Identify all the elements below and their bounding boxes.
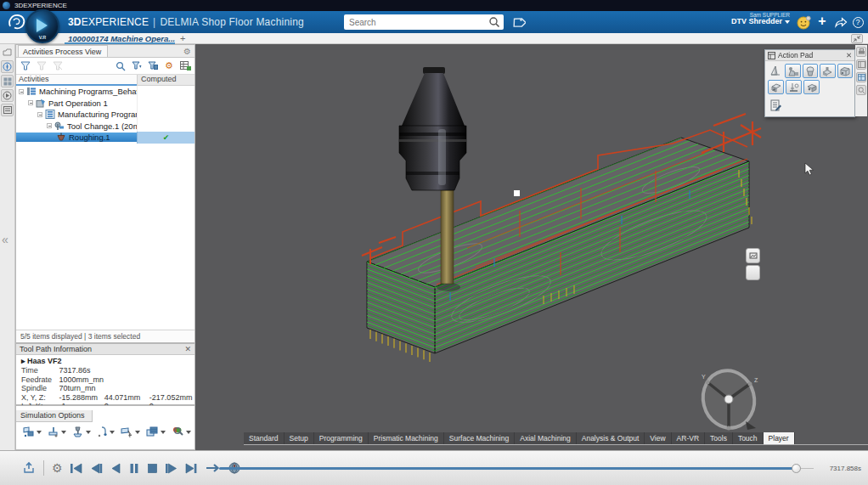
tree-row[interactable]: Tool Change.1 (20mm e... xyxy=(16,121,194,133)
ribbon-tab-standard[interactable]: Standard xyxy=(244,432,285,444)
close-icon[interactable]: ✕ xyxy=(846,51,852,59)
machining-programs-icon xyxy=(26,87,37,96)
timeline-slider[interactable] xyxy=(219,467,814,470)
restore-layout-button[interactable] xyxy=(851,34,863,43)
export-table-icon[interactable] xyxy=(178,59,192,72)
ribbon-tab-axial-machining[interactable]: Axial Machining xyxy=(515,432,577,444)
ribbon-tab-surface-machining[interactable]: Surface Machining xyxy=(444,432,515,444)
action-pad-machine-setup-button[interactable] xyxy=(785,64,800,78)
tree-expander[interactable] xyxy=(28,100,33,105)
skip-to-end-button[interactable] xyxy=(184,462,199,475)
sim-option-collision-button[interactable] xyxy=(121,426,140,437)
ribbon-tab-player[interactable]: Player xyxy=(764,432,795,444)
tpi-label: Spindle xyxy=(21,384,59,393)
apps-grid-icon[interactable] xyxy=(1,75,14,87)
print-icon[interactable] xyxy=(856,47,866,57)
panel-settings-gear-icon[interactable]: ⚙ xyxy=(183,47,194,56)
step-backward-button[interactable] xyxy=(89,462,104,475)
action-pad-compass-button[interactable] xyxy=(768,64,783,78)
action-pad-measure-button[interactable] xyxy=(786,80,802,94)
ribbon-tab-ar-vr[interactable]: AR-VR xyxy=(672,432,705,444)
roughing-icon xyxy=(56,133,66,142)
column-header-activities[interactable]: Activities xyxy=(16,75,137,86)
tree-row[interactable]: Manufacturing Program 1 xyxy=(16,109,194,121)
tree-row[interactable]: Roughing.1✔ xyxy=(16,132,194,144)
filter-rules-icon[interactable] xyxy=(146,59,160,72)
view-compass[interactable]: Y Z X xyxy=(697,365,761,439)
sim-option-display-button[interactable] xyxy=(23,426,42,437)
simulation-options-toolbar xyxy=(16,422,194,437)
user-context-switcher[interactable]: Sam SUPPLIER DTV Shredder xyxy=(731,12,790,26)
tpi-header: Tool Path Information ✕ xyxy=(16,344,194,355)
magnify-icon[interactable] xyxy=(856,85,866,95)
column-header-computed[interactable]: Computed xyxy=(137,75,194,86)
help-button[interactable]: ? xyxy=(849,14,866,30)
close-icon[interactable]: ✕ xyxy=(184,345,191,353)
ribbon-tab-prismatic-machining[interactable]: Prismatic Machining xyxy=(369,432,444,444)
user-avatar[interactable] xyxy=(795,14,812,30)
step-forward-button[interactable] xyxy=(164,462,178,475)
search-input[interactable] xyxy=(344,18,488,27)
new-tab-button[interactable]: + xyxy=(180,33,185,43)
filter-sort-icon[interactable] xyxy=(130,59,144,72)
action-pad-section-button[interactable] xyxy=(768,80,784,94)
tree-expander[interactable] xyxy=(37,112,42,117)
search-icon[interactable] xyxy=(488,16,500,28)
panel-layout-icon[interactable] xyxy=(856,59,866,70)
pause-button[interactable] xyxy=(128,462,140,475)
action-pad-icon xyxy=(768,52,775,59)
activities-tree: Machining Programs_Behavior000...Part Op… xyxy=(16,86,194,144)
timeline-handle[interactable] xyxy=(792,464,801,473)
stop-button[interactable] xyxy=(146,462,158,475)
ribbon-tab-view[interactable]: View xyxy=(645,432,671,444)
player-settings-gear-button[interactable]: ⚙ xyxy=(52,461,63,475)
share-button[interactable] xyxy=(832,14,849,30)
action-pad-machine-button[interactable] xyxy=(820,64,835,78)
sim-option-material-removal-button[interactable] xyxy=(146,426,166,437)
ribbon-tab-analysis-output[interactable]: Analysis & Output xyxy=(577,432,645,444)
sim-option-fixture-button[interactable] xyxy=(48,426,66,437)
viewport-options-button[interactable] xyxy=(746,265,760,280)
play-backward-button[interactable] xyxy=(110,462,122,475)
action-pad-snapshot-button[interactable] xyxy=(803,80,820,94)
sim-option-analysis-button[interactable] xyxy=(172,426,191,437)
action-pad-workpiece-button[interactable] xyxy=(803,64,818,78)
tree-item-label: Manufacturing Program 1 xyxy=(58,110,137,119)
filter-icon[interactable] xyxy=(19,59,32,72)
tag-search-button[interactable] xyxy=(510,14,527,30)
drawer-icon[interactable] xyxy=(1,46,14,59)
ribbon-tab-programming[interactable]: Programming xyxy=(314,432,369,444)
skip-to-start-button[interactable] xyxy=(69,462,83,475)
sim-option-probe-button[interactable] xyxy=(97,426,115,437)
tree-row[interactable]: Part Operation 1 xyxy=(16,98,194,110)
tree-row[interactable]: Machining Programs_Behavior000... xyxy=(16,86,194,98)
3d-play-icon[interactable] xyxy=(1,89,14,102)
ribbon-tab-setup[interactable]: Setup xyxy=(285,432,314,444)
action-pad-stock-box-button[interactable] xyxy=(837,64,853,78)
filter-add-icon[interactable] xyxy=(35,59,48,72)
tpi-machine-row[interactable]: ▸ Haas VF2 xyxy=(21,357,194,365)
simulation-player-bar: ⚙ xyxy=(0,450,868,485)
tree-expander[interactable] xyxy=(47,123,52,128)
ribbon-tab-tools[interactable]: Tools xyxy=(705,432,733,444)
3d-viewport[interactable]: Y Z X StandardSetupProgrammingPrismatic … xyxy=(195,44,868,450)
sim-option-tool-button[interactable] xyxy=(72,426,91,437)
simulation-options-tab[interactable]: Simulation Options xyxy=(16,410,93,422)
list-panel-icon[interactable] xyxy=(1,104,14,116)
tag-icon xyxy=(511,15,526,30)
export-results-button[interactable] xyxy=(22,461,36,475)
table-view-icon[interactable] xyxy=(856,72,866,82)
ribbon-tab-touch[interactable]: Touch xyxy=(733,432,764,444)
search-tree-icon[interactable] xyxy=(114,59,127,72)
viewport-display-mode-button[interactable] xyxy=(746,248,760,263)
filter-clear-icon[interactable] xyxy=(51,59,65,72)
3ds-compass-logo[interactable] xyxy=(7,13,27,31)
compass-rose-icon[interactable] xyxy=(1,60,14,73)
add-content-button[interactable]: + xyxy=(814,14,831,30)
document-tab[interactable]: 100000174 Machine Opera... xyxy=(65,33,178,43)
collapse-panel-chevron[interactable]: « xyxy=(2,233,8,246)
action-pad-report-button[interactable] xyxy=(768,98,784,112)
delmia-app-logo[interactable]: V.R xyxy=(25,9,59,43)
tree-expander[interactable] xyxy=(19,89,24,94)
options-gear-icon[interactable]: ⚙ xyxy=(162,59,176,72)
